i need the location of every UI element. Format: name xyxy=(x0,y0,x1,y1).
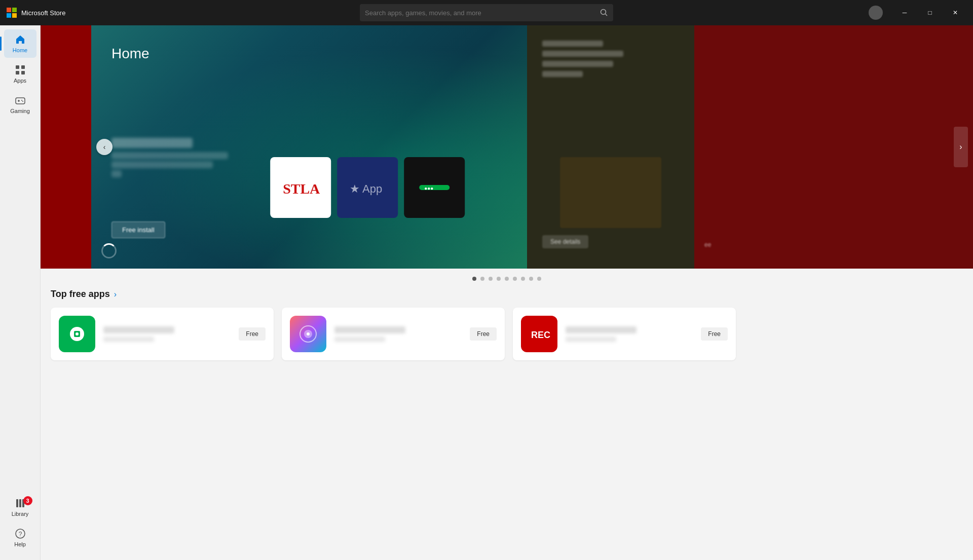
carousel-dot-3[interactable] xyxy=(497,277,501,281)
hero-card-main[interactable]: ‹ Home STLA xyxy=(91,25,527,269)
app-icon-logo-1 xyxy=(296,322,320,346)
svg-point-28 xyxy=(76,332,79,335)
app-icon-logo-0 xyxy=(65,322,89,346)
sidebar-item-apps-label: Apps xyxy=(14,78,26,84)
sidebar-item-library-label: Library xyxy=(12,511,29,517)
hero-app-cards: STLA ★ App ●●● xyxy=(270,157,465,218)
maximize-button[interactable]: □ xyxy=(918,5,942,21)
search-icon xyxy=(600,9,608,17)
carousel-dot-0[interactable] xyxy=(472,277,476,281)
gaming-icon xyxy=(15,95,26,106)
app-icon-1 xyxy=(290,316,326,352)
svg-rect-3 xyxy=(12,13,17,18)
svg-rect-2 xyxy=(7,13,11,18)
svg-rect-16 xyxy=(19,499,21,507)
search-bar[interactable] xyxy=(360,4,613,21)
svg-text:★ App: ★ App xyxy=(350,182,382,195)
main-content: ‹ Home STLA xyxy=(41,25,973,560)
hero-card-3[interactable]: › ee xyxy=(694,25,973,269)
app-icon-0 xyxy=(59,316,95,352)
apps-grid: Free F xyxy=(51,308,963,360)
sidebar: Home Apps Gaming xyxy=(0,25,41,560)
app-name-2 xyxy=(566,326,637,333)
hero-card-2[interactable]: See details xyxy=(527,25,694,269)
window-controls: ─ □ ✕ xyxy=(869,5,967,21)
app-free-button-1[interactable]: Free xyxy=(470,327,497,341)
svg-point-14 xyxy=(22,101,23,102)
svg-rect-0 xyxy=(7,8,11,12)
hero-carousel: ‹ Home STLA xyxy=(41,25,973,269)
app-name-0 xyxy=(103,326,174,333)
search-input[interactable] xyxy=(365,9,596,17)
app-free-button-2[interactable]: Free xyxy=(701,327,728,341)
hero-app-card-2[interactable]: ★ App xyxy=(337,157,398,218)
app-rating-1 xyxy=(334,337,385,342)
app-icon-2: REC xyxy=(521,316,557,352)
svg-text:REC: REC xyxy=(531,330,550,340)
hero-title: Home xyxy=(111,46,149,62)
carousel-next-button[interactable]: › xyxy=(954,127,968,167)
app-free-button-0[interactable]: Free xyxy=(239,327,266,341)
carousel-dot-6[interactable] xyxy=(521,277,525,281)
card3-cta: ee xyxy=(704,241,711,248)
sidebar-item-home[interactable]: Home xyxy=(4,29,36,58)
hero-app-card-3[interactable]: ●●● xyxy=(404,157,465,218)
carousel-dot-8[interactable] xyxy=(537,277,541,281)
sidebar-item-help-label: Help xyxy=(14,541,26,547)
svg-rect-7 xyxy=(21,65,25,69)
app-info-0 xyxy=(103,326,231,342)
avatar[interactable] xyxy=(869,6,883,20)
carousel-dot-7[interactable] xyxy=(529,277,533,281)
svg-rect-15 xyxy=(16,499,18,507)
app-title: Microsoft Store xyxy=(21,9,65,17)
sidebar-item-help[interactable]: ? Help xyxy=(4,524,36,552)
section-header: Top free apps › xyxy=(51,289,963,300)
carousel-dot-5[interactable] xyxy=(513,277,517,281)
sidebar-item-home-label: Home xyxy=(13,47,27,53)
carousel-prev-button[interactable]: ‹ xyxy=(96,139,113,155)
svg-rect-8 xyxy=(16,71,19,74)
app-logo: Microsoft Store xyxy=(6,7,65,18)
carousel-dot-4[interactable] xyxy=(505,277,509,281)
section-more-link[interactable]: › xyxy=(114,290,117,299)
card2-cta-button[interactable]: See details xyxy=(542,235,588,248)
app-card-0[interactable]: Free xyxy=(51,308,274,360)
sidebar-item-library[interactable]: 3 Library xyxy=(4,493,36,521)
hero-description xyxy=(111,138,228,177)
hero-app-card-1[interactable]: STLA xyxy=(270,157,331,218)
app-card-2[interactable]: REC Free xyxy=(513,308,736,360)
svg-rect-23 xyxy=(419,185,450,190)
section-title: Top free apps xyxy=(51,289,110,300)
carousel-dot-1[interactable] xyxy=(480,277,484,281)
sidebar-item-gaming[interactable]: Gaming xyxy=(4,90,36,119)
apps-icon xyxy=(15,64,26,76)
top-free-apps-section: Top free apps › xyxy=(41,289,973,360)
svg-line-5 xyxy=(606,14,608,16)
home-icon xyxy=(15,34,26,45)
hero-card-prev[interactable] xyxy=(41,25,91,269)
sidebar-item-apps[interactable]: Apps xyxy=(4,60,36,88)
card2-text xyxy=(542,41,623,81)
svg-text:STLA: STLA xyxy=(283,181,320,197)
carousel-dots xyxy=(41,269,973,285)
hero-app-logo-3: ●●● xyxy=(414,177,455,198)
minimize-button[interactable]: ─ xyxy=(893,5,916,21)
svg-rect-1 xyxy=(12,8,17,12)
library-badge: 3 xyxy=(23,496,32,505)
svg-text:?: ? xyxy=(18,531,22,538)
svg-point-4 xyxy=(601,10,606,15)
app-rating-0 xyxy=(103,337,154,342)
hero-cta-button[interactable]: Free install xyxy=(111,221,165,238)
svg-point-13 xyxy=(21,100,22,101)
ms-store-icon xyxy=(6,7,17,18)
svg-text:●●●: ●●● xyxy=(424,185,433,191)
carousel-dot-2[interactable] xyxy=(489,277,493,281)
app-info-1 xyxy=(334,326,462,342)
app-name-1 xyxy=(334,326,405,333)
app-card-1[interactable]: Free xyxy=(282,308,505,360)
svg-rect-9 xyxy=(21,71,25,74)
hero-app-logo-2: ★ App xyxy=(347,177,388,198)
svg-point-32 xyxy=(307,332,310,335)
close-button[interactable]: ✕ xyxy=(944,5,967,21)
hero-loader xyxy=(101,243,117,258)
